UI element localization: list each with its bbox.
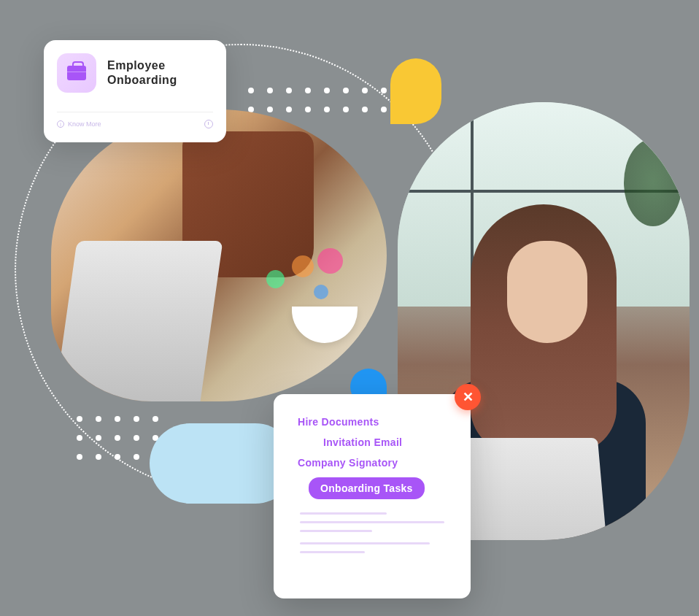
doc-item-company-signatory[interactable]: Company Signatory	[298, 457, 450, 469]
image-left-laptop-desk	[51, 109, 387, 401]
close-button[interactable]: ✕	[455, 384, 481, 410]
know-more-link[interactable]: i Know More	[57, 120, 101, 128]
info-icon: i	[57, 120, 64, 128]
onboarding-document-card: ✕ Hire Documents Invitation Email Compan…	[274, 394, 471, 598]
history-icon[interactable]	[204, 120, 213, 128]
employee-onboarding-card[interactable]: Employee Onboarding i Know More	[44, 40, 226, 142]
briefcase-icon	[67, 66, 86, 80]
onboarding-tasks-pill[interactable]: Onboarding Tasks	[309, 477, 425, 499]
doc-item-hire-documents[interactable]: Hire Documents	[298, 416, 450, 428]
close-icon: ✕	[463, 389, 474, 405]
dot-grid-top	[248, 88, 387, 112]
know-more-label: Know More	[68, 120, 101, 128]
yellow-blob-shape	[390, 58, 441, 124]
card-title: Employee Onboarding	[107, 58, 177, 88]
dot-grid-left	[77, 416, 158, 460]
doc-item-invitation-email[interactable]: Invitation Email	[323, 436, 450, 448]
document-text-lines	[294, 512, 450, 553]
briefcase-icon-box	[57, 53, 96, 93]
